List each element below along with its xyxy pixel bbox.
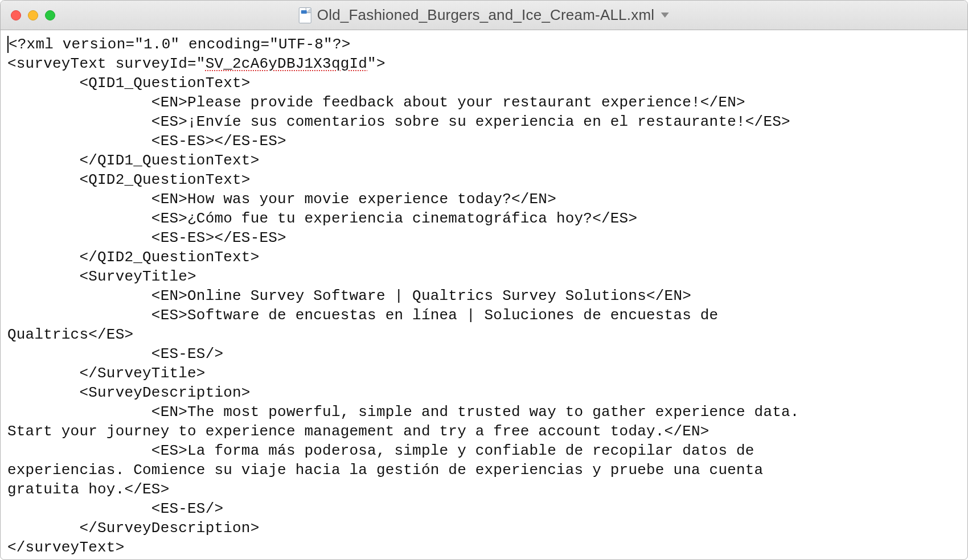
surveytitle-eses: <ES-ES/> <box>151 345 223 363</box>
maximize-window-button[interactable] <box>45 10 55 20</box>
text-editor[interactable]: <?xml version="1.0" encoding="UTF-8"?> <… <box>1 30 967 559</box>
titlebar[interactable]: Old_Fashioned_Burgers_and_Ice_Cream-ALL.… <box>1 1 967 30</box>
qid1-en: <EN>Please provide feedback about your r… <box>151 94 745 111</box>
surveytitle-close: </SurveyTitle> <box>79 365 205 382</box>
qid1-es: <ES>¡Envíe sus comentarios sobre su expe… <box>151 113 790 130</box>
surveydesc-es-line3: gratuita hoy.</ES> <box>7 481 169 498</box>
document-icon <box>299 7 311 23</box>
qid1-close: </QID1_QuestionText> <box>79 152 259 169</box>
chevron-down-icon[interactable] <box>661 13 669 18</box>
qid1-eses: <ES-ES></ES-ES> <box>151 133 286 150</box>
xml-root-close: </surveyText> <box>7 539 124 556</box>
xml-declaration: <?xml version="1.0" encoding="UTF-8"?> <box>7 36 351 53</box>
qid2-en: <EN>How was your movie experience today?… <box>151 191 556 208</box>
minimize-window-button[interactable] <box>28 10 38 20</box>
surveytitle-es-line1: <ES>Software de encuestas en línea | Sol… <box>151 307 727 324</box>
traffic-lights <box>11 10 55 20</box>
qid1-open: <QID1_QuestionText> <box>79 75 250 92</box>
app-window: Old_Fashioned_Burgers_and_Ice_Cream-ALL.… <box>0 0 968 560</box>
qid2-es: <ES>¿Cómo fue tu experiencia cinematográ… <box>151 210 637 227</box>
window-title: Old_Fashioned_Burgers_and_Ice_Cream-ALL.… <box>317 6 654 24</box>
surveytitle-open: <SurveyTitle> <box>79 268 196 285</box>
close-window-button[interactable] <box>11 10 21 20</box>
surveytitle-es-line2: Qualtrics</ES> <box>7 326 133 343</box>
surveydesc-en-line1: <EN>The most powerful, simple and truste… <box>151 403 809 421</box>
xml-root-open: <surveyText surveyId="SV_2cA6yDBJ1X3qgId… <box>7 55 385 72</box>
surveydesc-close: </SurveyDescription> <box>79 520 259 537</box>
surveydesc-es-line1: <ES>La forma más poderosa, simple y conf… <box>151 442 764 459</box>
surveydesc-open: <SurveyDescription> <box>79 384 250 401</box>
qid2-eses: <ES-ES></ES-ES> <box>151 229 286 246</box>
qid2-close: </QID2_QuestionText> <box>79 249 259 266</box>
surveytitle-en: <EN>Online Survey Software | Qualtrics S… <box>151 287 691 304</box>
surveydesc-eses: <ES-ES/> <box>151 500 223 517</box>
surveydesc-en-line2: Start your journey to experience managem… <box>7 423 709 440</box>
survey-id-value: SV_2cA6yDBJ1X3qgId <box>206 55 367 72</box>
surveydesc-es-line2: experiencias. Comience su viaje hacia la… <box>7 462 772 479</box>
qid2-open: <QID2_QuestionText> <box>79 171 250 188</box>
window-title-group[interactable]: Old_Fashioned_Burgers_and_Ice_Cream-ALL.… <box>299 6 669 24</box>
